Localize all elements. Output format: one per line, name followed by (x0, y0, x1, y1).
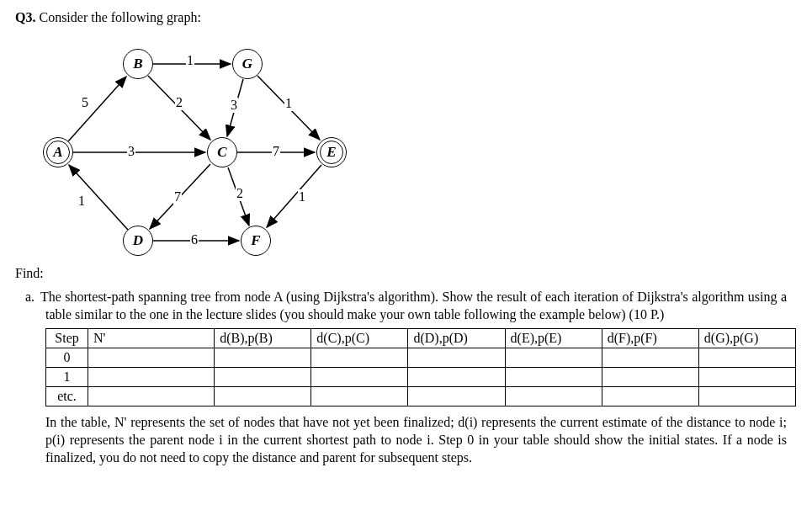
table-header-row: Step N' d(B),p(B) d(C),p(C) d(D),p(D) d(… (46, 329, 796, 348)
th-n: N' (88, 329, 215, 348)
edge-weight-DF: 6 (190, 232, 199, 247)
table-row: etc. (46, 387, 796, 406)
graph-figure: A B C D E F G 5 1 3 2 1 3 1 7 2 7 6 1 (30, 32, 367, 259)
graph-edges-svg (30, 32, 367, 259)
svg-line-0 (68, 77, 126, 141)
graph-node-G: G (232, 49, 263, 79)
part-a-letter: a. (25, 288, 40, 306)
th-dB: d(B),p(B) (215, 329, 311, 348)
cell-step: etc. (46, 387, 88, 406)
part-a-text: a.The shortest-path spanning tree from n… (45, 288, 787, 323)
question-header: Q3. Consider the following graph: (15, 10, 797, 25)
graph-node-A: A (43, 137, 73, 167)
cell-step: 0 (46, 348, 88, 368)
question-prompt: Consider the following graph: (39, 10, 200, 24)
edge-weight-AB: 5 (81, 95, 89, 110)
graph-node-B: B (123, 49, 153, 79)
edge-weight-CF: 2 (236, 186, 244, 201)
table-row: 1 (46, 368, 796, 387)
th-dG: d(G),p(G) (698, 329, 795, 348)
find-label: Find: (15, 266, 797, 281)
edge-weight-BG: 1 (186, 53, 194, 68)
graph-node-D: D (123, 226, 153, 256)
part-a-body: The shortest-path spanning tree from nod… (40, 290, 787, 321)
table-row: 0 (46, 348, 796, 368)
graph-node-E: E (316, 137, 347, 167)
th-dE: d(E),p(E) (505, 329, 602, 348)
edge-weight-GC: 3 (230, 98, 238, 113)
graph-node-C: C (207, 137, 237, 167)
edge-weight-EF: 1 (298, 189, 306, 205)
edge-weight-BC: 2 (175, 95, 183, 110)
table-explanation: In the table, N' represents the set of n… (45, 413, 787, 466)
edge-weight-AC: 3 (127, 144, 135, 159)
edge-weight-DC: 7 (173, 189, 182, 205)
svg-line-11 (267, 165, 321, 227)
graph-node-F: F (241, 226, 271, 256)
edge-weight-GE: 1 (284, 96, 293, 111)
th-step: Step (46, 329, 88, 348)
th-dF: d(F),p(F) (602, 329, 698, 348)
question-label: Q3. (15, 10, 35, 24)
dijkstra-table: Step N' d(B),p(B) d(C),p(C) d(D),p(D) d(… (45, 328, 796, 406)
cell-step: 1 (46, 368, 88, 387)
edge-weight-CE: 7 (272, 144, 280, 159)
th-dC: d(C),p(C) (311, 329, 408, 348)
th-dD: d(D),p(D) (408, 329, 505, 348)
edge-weight-AD: 1 (77, 194, 86, 209)
